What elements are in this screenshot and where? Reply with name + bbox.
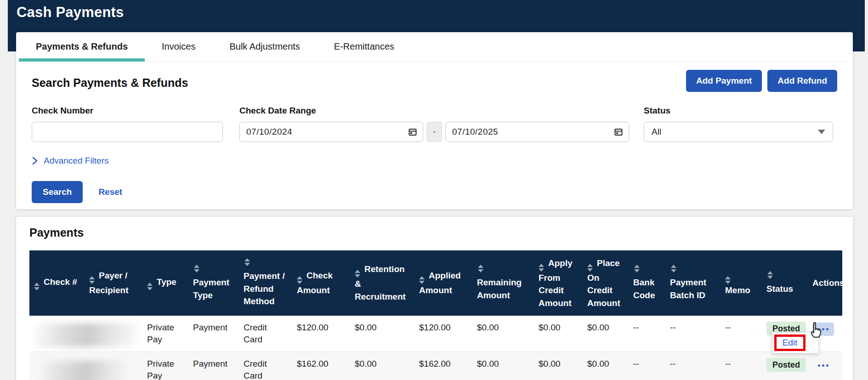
- sort-icon[interactable]: [671, 265, 716, 272]
- sort-icon[interactable]: [355, 270, 360, 278]
- cell-applied_amount: $162.00: [414, 352, 472, 380]
- cell-type: Private Pay: [142, 352, 188, 380]
- cell-actions: [808, 352, 842, 380]
- column-header-status[interactable]: Status: [762, 250, 808, 316]
- sort-icon[interactable]: [478, 265, 529, 272]
- tab-payments-refunds[interactable]: Payments & Refunds: [19, 32, 145, 61]
- cell-check_amount: $162.00: [292, 352, 350, 380]
- cell-payment_type: Payment: [188, 316, 239, 352]
- caret-down-icon: [818, 130, 825, 134]
- cell-payment_batch_id: --: [665, 316, 720, 352]
- tab-bulk-adjustments[interactable]: Bulk Adjustments: [212, 32, 317, 61]
- sort-icon[interactable]: [194, 265, 234, 272]
- cell-apply_from_credit: $0.00: [534, 352, 583, 380]
- date-range-separator: -: [426, 122, 442, 142]
- cell-retention_amount: $0.00: [350, 316, 414, 352]
- cash-payments-page: Cash Payments Payments & RefundsInvoices…: [0, 0, 868, 380]
- add-refund-button[interactable]: Add Refund: [767, 70, 837, 92]
- sort-icon[interactable]: [34, 283, 40, 290]
- search-section: Search Payments & Refunds Add Payment Ad…: [16, 62, 853, 203]
- date-to-input[interactable]: 07/10/2025: [445, 122, 629, 142]
- column-header-check_amount[interactable]: Check Amount: [292, 250, 350, 316]
- column-header-remaining_amount[interactable]: Remaining Amount: [472, 250, 534, 316]
- cell-method: Credit Card: [239, 352, 292, 380]
- column-header-retention_amount[interactable]: Retention & Recruitment: [350, 250, 414, 316]
- redacted-text-blur: [34, 361, 132, 380]
- cell-payment_batch_id: --: [665, 352, 720, 380]
- column-header-payer_recipient[interactable]: Payer / Recipient: [85, 250, 142, 316]
- cell-check_amount: $120.00: [292, 316, 350, 352]
- sort-icon[interactable]: [725, 276, 731, 284]
- column-header-payment_type[interactable]: Payment Type: [188, 250, 239, 316]
- cell-memo: --: [720, 352, 762, 380]
- cell-memo: --: [720, 316, 762, 352]
- check-number-label: Check Number: [32, 106, 223, 116]
- calendar-icon[interactable]: [614, 127, 623, 136]
- status-selected-value: All: [652, 127, 661, 137]
- reset-button[interactable]: Reset: [98, 187, 122, 197]
- cell-type: Private Pay: [142, 316, 188, 352]
- cell-place_on_credit: $0.00: [583, 352, 629, 380]
- redacted-text-blur: [34, 323, 137, 347]
- payments-heading: Payments: [29, 226, 840, 239]
- column-header-memo[interactable]: Memo: [720, 250, 762, 316]
- search-card: Payments & RefundsInvoicesBulk Adjustmen…: [16, 32, 853, 209]
- check-number-input[interactable]: [32, 122, 223, 142]
- cell-applied_amount: $120.00: [414, 316, 472, 352]
- add-payment-button[interactable]: Add Payment: [686, 70, 762, 92]
- column-header-apply_from_credit[interactable]: Apply From Credit Amount: [534, 250, 583, 316]
- tab-bar: Payments & RefundsInvoicesBulk Adjustmen…: [16, 32, 853, 62]
- column-header-place_on_credit[interactable]: Place On Credit Amount: [583, 250, 629, 316]
- redacted-check-payer-cell: [29, 352, 142, 380]
- menu-item-edit[interactable]: Edit: [783, 338, 798, 348]
- advanced-filters-toggle[interactable]: Advanced Filters: [32, 156, 837, 166]
- page-title: Cash Payments: [8, 0, 865, 21]
- column-header-check_number[interactable]: Check #: [29, 250, 85, 316]
- cell-status: Posted: [762, 352, 808, 380]
- cell-payment_type: Payment: [188, 352, 239, 380]
- sort-icon[interactable]: [419, 276, 425, 284]
- sort-icon[interactable]: [244, 258, 288, 266]
- table-row: Private PayPaymentCredit Card$120.00$0.0…: [29, 316, 842, 352]
- status-field-group: Status All: [644, 106, 833, 142]
- cell-method: Credit Card: [239, 316, 292, 352]
- check-number-field-group: Check Number: [32, 106, 223, 142]
- column-header-type[interactable]: Type: [142, 250, 188, 316]
- check-date-range-label: Check Date Range: [239, 106, 629, 116]
- sort-icon[interactable]: [147, 283, 153, 290]
- column-header-bank_code[interactable]: Bank Code: [629, 250, 665, 316]
- sort-icon[interactable]: [587, 264, 593, 272]
- advanced-filters-label: Advanced Filters: [44, 156, 109, 166]
- column-header-applied_amount[interactable]: Applied Amount: [414, 250, 472, 316]
- status-select[interactable]: All: [644, 122, 833, 142]
- chevron-right-icon: [32, 157, 38, 165]
- table-header-row: Check #Payer / RecipientTypePayment Type…: [29, 250, 842, 316]
- date-from-value: 07/10/2024: [246, 127, 292, 137]
- status-label: Status: [644, 106, 833, 116]
- payments-card: Payments Check #Payer / RecipientTypePay…: [16, 217, 853, 380]
- column-header-payment_batch_id[interactable]: Payment Batch ID: [665, 250, 720, 316]
- cell-apply_from_credit: $0.00: [534, 316, 583, 352]
- cell-place_on_credit: $0.00: [583, 316, 629, 352]
- cell-bank_code: --: [629, 316, 665, 352]
- sort-icon[interactable]: [634, 265, 661, 272]
- sort-icon[interactable]: [767, 271, 803, 279]
- row-actions-ellipsis-button[interactable]: [812, 359, 834, 372]
- payments-table: Check #Payer / RecipientTypePayment Type…: [29, 250, 842, 380]
- search-button[interactable]: Search: [32, 181, 83, 203]
- sort-icon[interactable]: [539, 264, 544, 272]
- cell-remaining_amount: $0.00: [472, 316, 534, 352]
- column-header-method[interactable]: Payment / Refund Method: [239, 250, 292, 316]
- status-badge: Posted: [766, 358, 806, 372]
- date-from-input[interactable]: 07/10/2024: [239, 122, 423, 142]
- tab-e-remittances[interactable]: E-Remittances: [317, 32, 411, 61]
- column-header-actions: Actions: [808, 250, 842, 316]
- annotation-highlight-box: Edit: [774, 335, 806, 351]
- sort-icon[interactable]: [297, 276, 302, 284]
- tab-invoices[interactable]: Invoices: [145, 32, 212, 61]
- redacted-check-payer-cell: [29, 316, 142, 352]
- sort-icon[interactable]: [89, 276, 95, 284]
- calendar-icon[interactable]: [408, 127, 417, 136]
- date-to-value: 07/10/2025: [452, 127, 498, 137]
- check-date-range-group: Check Date Range 07/10/2024 - 07/10/2025: [239, 106, 629, 142]
